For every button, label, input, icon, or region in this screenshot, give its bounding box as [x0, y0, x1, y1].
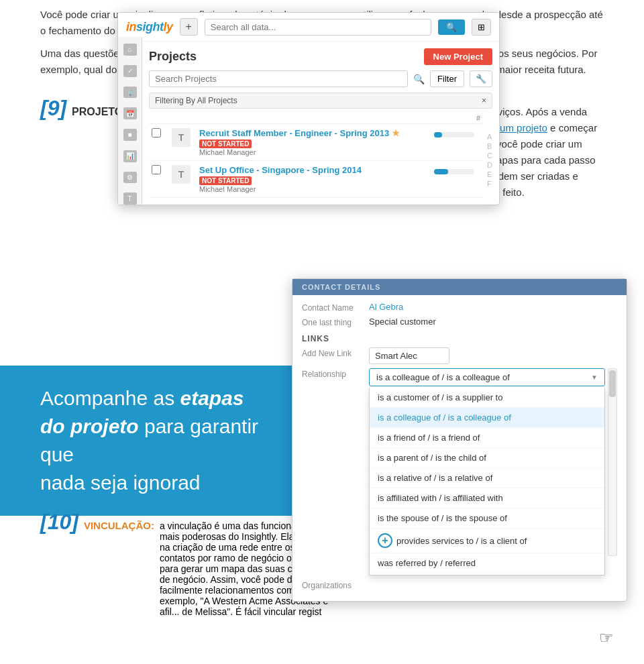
section-10-label: VINCULAÇÃO:	[84, 520, 154, 531]
section-10: [10] VINCULAÇÃO: a vinculação é uma das …	[40, 510, 329, 620]
project-manager: Michael Manager	[199, 148, 429, 156]
relationship-row: Relationship is a colleague of / is a co…	[302, 368, 617, 575]
dropdown-item-plus[interactable]: + provides services to / is a client of	[370, 529, 604, 553]
dropdown-item[interactable]: was referred by / referred	[370, 553, 604, 573]
row-checkbox[interactable]	[152, 128, 161, 137]
contact-header: CONTACT DETAILS	[292, 279, 627, 295]
contact-extra-label: One last thing	[302, 317, 369, 327]
col-checkbox	[149, 113, 169, 124]
cursor-icon: ☞	[599, 628, 614, 647]
project-progress-bar	[434, 169, 474, 174]
alpha-a: A	[487, 133, 492, 141]
contact-body: Contact Name Al Gebra One last thing Spe…	[292, 295, 627, 601]
star-icon[interactable]: ★	[392, 128, 400, 138]
dropdown-item[interactable]: works for / is the boss of	[370, 573, 604, 575]
project-name[interactable]: Set Up Office - Singapore - Spring 2014	[199, 165, 429, 175]
relationship-select[interactable]: is a colleague of / is a colleague of ▼	[369, 368, 605, 386]
alpha-index: A B C D E F	[487, 133, 492, 198]
project-name[interactable]: Recruit Staff Member - Engineer - Spring…	[199, 128, 429, 138]
dropdown-item[interactable]: is a relative of / is a relative of	[370, 468, 604, 488]
dropdown-item[interactable]: is a friend of / is a friend of	[370, 428, 604, 448]
alpha-b: B	[487, 142, 492, 150]
project-icon: T	[172, 165, 191, 184]
dropdown-item-text: provides services to / is a client of	[396, 536, 527, 546]
search-magnifier-icon: 🔍	[413, 74, 425, 85]
col-hash: #	[431, 113, 483, 124]
contact-name-value: Al Gebra	[369, 302, 403, 312]
dropdown-item[interactable]: is the spouse of / is the spouse of	[370, 508, 604, 529]
row-checkbox[interactable]	[152, 165, 161, 174]
search-projects-input[interactable]	[149, 70, 408, 87]
contact-name-label: Contact Name	[302, 302, 369, 313]
projects-table-area: # T Recruit Staff Member - Engineer - Sp…	[149, 113, 492, 198]
alpha-d: D	[487, 161, 492, 169]
projects-popup: insightly + 🔍 ⊞ ⌂ ✓ 🏢 📅 ■ 📊 ⚙ T Projects…	[117, 12, 500, 205]
project-progress-bar	[434, 132, 474, 137]
scrollbar-thumb	[609, 370, 616, 397]
filter-close-icon[interactable]: ×	[482, 96, 486, 105]
blue-emphasis: etapas	[180, 387, 244, 409]
organizations-row: Organizations	[302, 579, 617, 590]
chevron-down-icon: ▼	[591, 374, 598, 381]
insightly-logo: insightly	[126, 20, 173, 34]
links-title: LINKS	[302, 334, 617, 343]
blue-highlight-section: Acompanhe as etapas do projeto para gara…	[0, 366, 315, 516]
global-search-input[interactable]	[205, 19, 431, 36]
project-status: NOT STARTED	[199, 176, 252, 185]
contact-extra-row: One last thing Special customer	[302, 317, 617, 327]
link-name-input[interactable]	[369, 347, 449, 364]
projects-title-bar: Projects New Project	[149, 48, 492, 65]
dropdown-item-selected[interactable]: is a colleague of / is a colleague of	[370, 408, 604, 428]
dropdown-item[interactable]: is a customer of / is a supplier to	[370, 388, 604, 408]
project-progress-fill	[434, 169, 448, 174]
relationship-selected-text: is a colleague of / is a colleague of	[376, 372, 510, 382]
project-icon: T	[172, 128, 191, 147]
add-link-label: Add New Link	[302, 347, 369, 358]
plus-icon: +	[378, 533, 392, 548]
insightly-header: insightly + 🔍 ⊞	[118, 13, 499, 42]
blue-text-3: nada seja ignorad	[40, 472, 201, 494]
global-search-button[interactable]: 🔍	[438, 19, 465, 35]
filter-bar: Filtering By All Projects ×	[149, 93, 492, 109]
dropdown-scrollbar[interactable]	[608, 368, 617, 556]
alpha-f: F	[487, 180, 492, 188]
filter-bar-text: Filtering By All Projects	[155, 96, 237, 105]
dropdown-item[interactable]: is a parent of / is the child of	[370, 448, 604, 468]
wrench-button[interactable]: 🔧	[470, 70, 492, 87]
projects-table: # T Recruit Staff Member - Engineer - Sp…	[149, 113, 483, 198]
grid-view-button[interactable]: ⊞	[472, 19, 491, 36]
contact-name-row: Contact Name Al Gebra	[302, 302, 617, 313]
blue-text-2: do projeto para garantir que	[40, 415, 258, 465]
search-row: 🔍 Filter 🔧	[149, 70, 492, 87]
project-status: NOT STARTED	[199, 140, 252, 148]
contact-extra-value: Special customer	[369, 317, 436, 327]
sidebar-icon-calendar[interactable]: 📅	[123, 107, 137, 119]
relationship-dropdown-list: is a customer of / is a supplier to is a…	[369, 388, 605, 575]
sidebar-icon-settings[interactable]: ⚙	[123, 172, 137, 184]
sidebar-icon-home[interactable]: ⌂	[123, 44, 137, 56]
new-project-button[interactable]: New Project	[424, 48, 492, 65]
add-button[interactable]: +	[180, 18, 198, 36]
project-progress-fill	[434, 132, 442, 137]
sidebar-icon-org[interactable]: 🏢	[123, 87, 137, 99]
dropdown-item[interactable]: is affiliated with / is affiliated with	[370, 488, 604, 508]
sidebar-icon-projects[interactable]: ■	[123, 129, 137, 141]
filter-button[interactable]: Filter	[430, 70, 464, 87]
col-name	[197, 113, 431, 124]
contact-details-popup: CONTACT DETAILS Contact Name Al Gebra On…	[292, 278, 627, 602]
sidebar-icon-text[interactable]: T	[123, 192, 137, 205]
relationship-dropdown-container: is a colleague of / is a colleague of ▼ …	[369, 368, 605, 575]
section-10-number: [10]	[40, 510, 78, 535]
contact-header-title: CONTACT DETAILS	[302, 283, 380, 291]
popup-body: Projects New Project 🔍 Filter 🔧 Filterin…	[142, 42, 499, 205]
section-10-header: [10] VINCULAÇÃO: a vinculação é uma das …	[40, 510, 329, 617]
sidebar-icon-reports[interactable]: 📊	[123, 150, 137, 162]
section-9-number: [9]	[40, 91, 66, 125]
sidebar-icon-contacts[interactable]: ✓	[123, 65, 137, 77]
blue-text-1: Acompanhe as etapas	[40, 387, 244, 409]
col-icon	[169, 113, 197, 124]
table-row: T Set Up Office - Singapore - Spring 201…	[149, 161, 483, 198]
table-row: T Recruit Staff Member - Engineer - Spri…	[149, 124, 483, 161]
alpha-e: E	[487, 170, 492, 178]
projects-title: Projects	[149, 50, 197, 64]
